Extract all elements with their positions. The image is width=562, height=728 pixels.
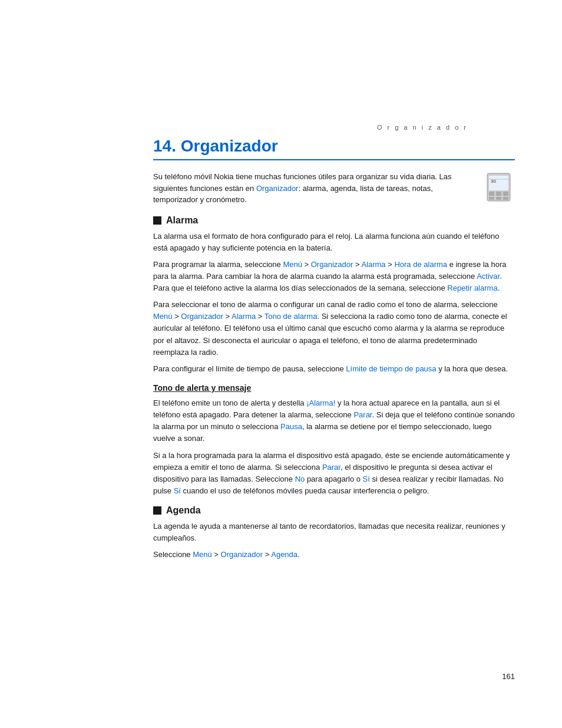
alarma-link-1[interactable]: Alarma — [361, 260, 385, 269]
tono-para2: Si a la hora programada para la alarma e… — [153, 450, 515, 498]
agenda-title: Agenda — [166, 505, 201, 516]
alarma-alert-link[interactable]: ¡Alarma! — [306, 398, 335, 407]
chapter-number: 14. — [153, 137, 176, 155]
intro-text: Su teléfono móvil Nokia tiene muchas fun… — [153, 171, 474, 206]
tono-para1: El teléfono emite un tono de alerta y de… — [153, 397, 515, 445]
agenda-para2: Seleccione Menú > Organizador > Agenda. — [153, 549, 515, 561]
repetir-alarma-link[interactable]: Repetir alarma — [447, 284, 497, 292]
tono-de-alarma-link[interactable]: Tono de alarma — [265, 312, 318, 321]
svg-text:30: 30 — [491, 179, 496, 184]
agenda-para1: La agenda le ayuda a mantenerse al tanto… — [153, 521, 515, 544]
si-link-1[interactable]: Sí — [363, 475, 370, 483]
svg-rect-5 — [489, 197, 494, 200]
tono-heading: Tono de alerta y mensaje — [153, 383, 515, 393]
alarma-para3: Para seleccionar el tono de alarma o con… — [153, 299, 515, 358]
activar-link[interactable]: Activar — [477, 272, 500, 281]
chapter-name: Organizador — [181, 137, 278, 155]
menu-link-3[interactable]: Menú — [193, 550, 212, 559]
chapter-title: 14. Organizador — [153, 137, 515, 160]
no-link[interactable]: No — [295, 475, 305, 483]
hora-de-alarma-link[interactable]: Hora de alarma — [394, 260, 447, 269]
phone-icon-svg: 30 — [482, 171, 515, 203]
agenda-heading: Agenda — [153, 505, 515, 516]
alarma-para4: Para configurar el límite de tiempo de p… — [153, 363, 515, 375]
parar-link-2[interactable]: Parar — [322, 463, 340, 472]
intro-section: Su teléfono móvil Nokia tiene muchas fun… — [153, 171, 515, 206]
organizador-link-3[interactable]: Organizador — [181, 312, 223, 321]
organizador-link[interactable]: Organizador — [256, 184, 299, 193]
svg-rect-7 — [503, 197, 508, 200]
parar-link-1[interactable]: Parar — [353, 410, 372, 419]
limite-tiempo-link[interactable]: Límite de tiempo de pausa — [346, 364, 436, 373]
alarma-square-icon — [153, 216, 161, 225]
alarma-para1: La alarma usa el formato de hora configu… — [153, 230, 515, 254]
menu-link-1[interactable]: Menú — [283, 260, 302, 269]
organizador-link-4[interactable]: Organizador — [221, 550, 263, 559]
page-number: 161 — [502, 672, 515, 681]
alarma-heading: Alarma — [153, 215, 515, 226]
page: O r g a n i z a d o r 14. Organizador Su… — [0, 0, 562, 728]
svg-rect-3 — [496, 192, 501, 196]
alarma-link-2[interactable]: Alarma — [232, 312, 256, 321]
alarma-para2: Para programar la alarma, seleccione Men… — [153, 259, 515, 294]
phone-image: 30 — [482, 171, 515, 203]
svg-rect-2 — [489, 192, 494, 196]
header-label: O r g a n i z a d o r — [0, 0, 515, 131]
si-link-2[interactable]: Sí — [174, 486, 181, 495]
agenda-link[interactable]: Agenda — [271, 550, 297, 559]
pausa-link[interactable]: Pausa — [280, 422, 302, 431]
agenda-square-icon — [153, 506, 161, 515]
alarma-title: Alarma — [166, 215, 198, 226]
content-area: 14. Organizador Su teléfono móvil Nokia … — [153, 137, 515, 561]
svg-rect-4 — [503, 192, 508, 196]
menu-link-2[interactable]: Menú — [153, 312, 173, 321]
svg-rect-6 — [496, 197, 501, 200]
organizador-link-2[interactable]: Organizador — [311, 260, 353, 269]
